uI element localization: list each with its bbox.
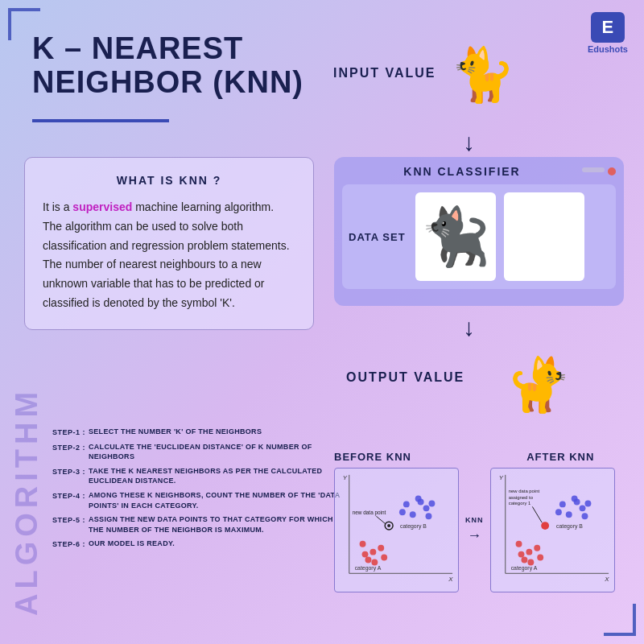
step-5-text: ASSIGN THE NEW DATA POINTS TO THAT CATEG… [89, 514, 342, 535]
svg-point-33 [573, 499, 580, 506]
knn-classifier-box: KNN CLASSIFIER DATA SET 🐈‍⬛ [334, 157, 624, 306]
svg-point-7 [410, 511, 416, 518]
svg-point-38 [526, 549, 532, 555]
dataset-image-2 [504, 192, 584, 281]
step-4: STEP-4 : AMONG THESE K NEIGHBORS, COUNT … [52, 490, 342, 510]
svg-point-43 [537, 555, 543, 561]
step-6-text: OUR MODEL IS READY. [89, 539, 175, 549]
svg-point-9 [428, 500, 435, 506]
dataset-image-1: 🐈‍⬛ [415, 192, 496, 281]
svg-text:Y: Y [498, 474, 503, 481]
svg-point-35 [555, 509, 561, 515]
logo: E Edushots [588, 12, 628, 54]
svg-point-4 [403, 501, 410, 507]
step-4-num: STEP-4 : [52, 490, 89, 502]
before-knn-header: BEFORE KNN [334, 451, 440, 463]
after-knn-header: AFTER KNN [526, 451, 632, 463]
output-value-label: OUTPUT VALUE [346, 370, 464, 385]
knn-box-header: KNN CLASSIFIER [342, 165, 616, 178]
what-is-knn-text: It is a supervised machine learning algo… [43, 198, 295, 313]
svg-point-18 [381, 555, 387, 561]
what-is-knn-box: WHAT IS KNN ? It is a supervised machine… [24, 157, 314, 330]
svg-point-20 [387, 524, 390, 527]
step-2-text: CALCULATE THE 'EUCLIDEAN DISTANCE' OF K … [89, 442, 342, 462]
svg-text:Y: Y [343, 474, 348, 481]
step-3-num: STEP-3 : [52, 466, 89, 477]
svg-point-16 [371, 559, 378, 566]
svg-point-37 [515, 541, 522, 547]
step-2-num: STEP-2 : [52, 442, 89, 453]
step-5-num: STEP-5 : [52, 514, 89, 526]
control-close[interactable] [608, 167, 616, 175]
algorithm-vertical-label: ALGORITHM [10, 431, 44, 616]
svg-line-45 [532, 506, 542, 522]
corner-decoration-br [604, 604, 636, 636]
knn-middle-arrow: KNN → [465, 516, 484, 544]
svg-text:X: X [448, 576, 453, 583]
title-underline [32, 119, 169, 122]
svg-text:category 1: category 1 [508, 501, 530, 506]
svg-point-42 [518, 551, 524, 558]
svg-text:X: X [604, 576, 609, 583]
step-1-num: STEP-1 : [52, 427, 89, 438]
ba-headers: BEFORE KNN AFTER KNN [334, 451, 632, 463]
svg-text:category B: category B [555, 523, 582, 530]
svg-point-31 [579, 505, 585, 511]
dataset-label: DATA SET [349, 231, 406, 243]
after-knn-chart: Y X [490, 468, 615, 592]
step-3: STEP-3 : TAKE THE K NEAREST NEIGHBORS AS… [52, 466, 342, 486]
before-knn-svg: Y X [335, 469, 458, 592]
knn-classifier-title: KNN CLASSIFIER [342, 165, 582, 178]
output-cat-icon: 🐈 [506, 354, 572, 415]
svg-point-36 [581, 513, 588, 519]
svg-text:category A: category A [510, 565, 537, 572]
what-is-knn-title: WHAT IS KNN ? [43, 174, 295, 187]
step-5: STEP-5 : ASSIGN THE NEW DATA POINTS TO T… [52, 514, 342, 535]
step-4-text: AMONG THESE K NEIGHBORS, COUNT THE NUMBE… [89, 490, 342, 510]
input-value-label: INPUT VALUE [333, 66, 436, 80]
before-after-section: BEFORE KNN AFTER KNN Y X [334, 451, 632, 592]
svg-point-15 [378, 545, 384, 551]
knn-right-arrow: → [467, 527, 481, 544]
svg-point-41 [527, 559, 534, 566]
step-6: STEP-6 : OUR MODEL IS READY. [52, 539, 342, 550]
step-3-text: TAKE THE K NEAREST NEIGHBORS AS PER THE … [89, 466, 342, 486]
input-cat-icon: 🐈 [450, 44, 515, 105]
svg-text:new data point: new data point [508, 489, 539, 493]
control-bar [582, 167, 605, 172]
svg-point-14 [365, 557, 372, 564]
svg-point-44 [541, 522, 549, 530]
supervised-word: supervised [72, 200, 132, 213]
svg-point-13 [369, 549, 376, 555]
dataset-images: 🐈‍⬛ [415, 192, 609, 281]
svg-point-32 [565, 511, 572, 518]
svg-text:assigned to: assigned to [508, 495, 533, 500]
svg-point-10 [399, 509, 406, 515]
arrow-down-2: ↓ [463, 314, 475, 341]
knn-label: KNN [465, 516, 484, 524]
before-knn-chart: Y X [334, 468, 459, 592]
knn-box-controls [582, 167, 616, 175]
svg-text:category B: category B [400, 523, 427, 530]
cat-silhouette-1: 🐈‍⬛ [420, 204, 490, 270]
svg-point-29 [559, 501, 565, 507]
step-6-num: STEP-6 : [52, 539, 89, 550]
svg-text:category A: category A [355, 565, 382, 572]
steps-list: STEP-1 : SELECT THE NUMBER 'K' OF THE NE… [52, 427, 342, 554]
svg-line-21 [376, 516, 386, 524]
svg-point-34 [584, 500, 591, 506]
arrow-down-1: ↓ [463, 129, 475, 156]
logo-icon: E [591, 12, 625, 43]
step-1: STEP-1 : SELECT THE NUMBER 'K' OF THE NE… [52, 427, 342, 438]
knn-box-body: DATA SET 🐈‍⬛ [342, 184, 616, 289]
ba-charts: Y X [334, 468, 632, 592]
after-knn-svg: Y X [491, 469, 614, 592]
svg-point-8 [418, 499, 424, 506]
svg-point-17 [362, 551, 369, 558]
step-2: STEP-2 : CALCULATE THE 'EUCLIDEAN DISTAN… [52, 442, 342, 462]
svg-point-11 [426, 513, 432, 519]
svg-text:new data point: new data point [353, 510, 386, 516]
svg-point-12 [360, 541, 366, 547]
step-1-text: SELECT THE NUMBER 'K' OF THE NEIGHBORS [89, 427, 262, 437]
svg-point-6 [423, 505, 430, 511]
